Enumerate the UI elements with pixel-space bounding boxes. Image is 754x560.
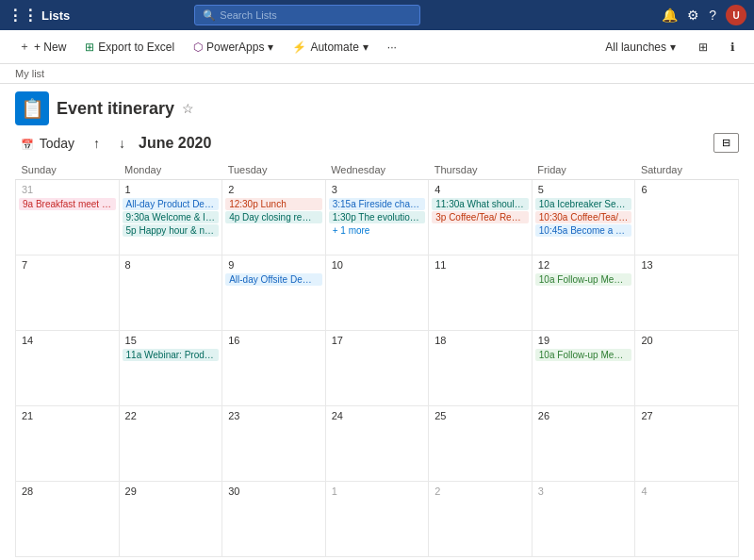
calendar-event[interactable]: 11:30a What should you bu... — [432, 198, 529, 210]
day-number: 26 — [535, 409, 632, 422]
calendar-cell: 28 — [16, 482, 120, 557]
app-name: Lists — [41, 8, 70, 23]
info-button[interactable]: ℹ — [723, 38, 743, 57]
calendar-event[interactable]: + 1 more — [329, 224, 426, 237]
day-number: 17 — [329, 334, 426, 347]
automate-button[interactable]: ⚡ Automate ▾ — [285, 38, 375, 57]
day-number: 15 — [123, 334, 220, 347]
search-input[interactable] — [220, 9, 412, 21]
powerapps-button[interactable]: ⬡ PowerApps ▾ — [186, 38, 281, 57]
day-number: 13 — [638, 258, 735, 272]
day-number: 5 — [535, 183, 632, 196]
calendar-event[interactable]: 10a Follow-up Meeting with MVPs — [535, 273, 632, 286]
day-number: 24 — [329, 409, 426, 422]
filter-button[interactable]: ⊞ — [691, 38, 715, 57]
calendar-cell: 510a Icebreaker Sessions 1 - 410:30a Cof… — [532, 180, 635, 255]
calendar-event[interactable]: 5p Happy hour & networking — [123, 224, 220, 237]
day-number: 1 — [329, 485, 426, 498]
info-icon: ℹ — [730, 41, 735, 54]
calendar-event[interactable]: 4p Day closing remarks — [225, 211, 322, 223]
calendar-cell: 27 — [635, 406, 739, 482]
day-number: 28 — [19, 485, 116, 498]
calendar-cell: 29 — [119, 482, 222, 557]
top-nav-icons: 🔔 ⚙ ? U — [662, 5, 746, 25]
calendar-cell: 1All-day Product Demo and Fair9:30a Welc… — [119, 180, 222, 255]
next-month-button[interactable]: ↓ — [113, 134, 131, 153]
day-number: 23 — [225, 409, 322, 422]
day-header: Sunday — [16, 160, 120, 180]
calendar-event[interactable]: 12:30p Lunch — [225, 198, 322, 210]
export-button[interactable]: ⊞ Export to Excel — [77, 38, 182, 57]
calendar-cell: 1210a Follow-up Meeting with MVPs — [532, 255, 635, 331]
day-number: 20 — [638, 334, 735, 347]
month-label[interactable]: June 2020 — [139, 135, 211, 152]
calendar-cell: 14 — [16, 331, 120, 406]
new-icon: ＋ — [19, 39, 30, 55]
calendar-cell: 1910a Follow-up Meeting with... — [532, 331, 635, 406]
calendar-event[interactable]: 11a Webinar: Product Mana... — [123, 349, 220, 361]
calendar-cell: 2 — [429, 482, 533, 557]
prev-month-button[interactable]: ↑ — [88, 134, 106, 153]
day-header: Wednesday — [325, 160, 429, 180]
calendar-cell: 8 — [119, 255, 222, 331]
day-number: 12 — [535, 258, 632, 272]
calendar-container: SundayMondayTuesdayWednesdayThursdayFrid… — [0, 160, 754, 560]
page-header: 📋 Event itinerary ☆ — [0, 84, 754, 125]
day-header: Tuesday — [222, 160, 326, 180]
calendar-event[interactable]: All-day Offsite Demos — [225, 273, 322, 286]
app-logo: ⋮⋮ Lists — [8, 7, 70, 25]
calendar-cell: 21 — [16, 406, 120, 482]
breadcrumb-parent[interactable]: My list — [15, 68, 44, 79]
calendar-cell: 212:30p Lunch4p Day closing remarks — [222, 180, 326, 255]
day-number: 2 — [432, 485, 529, 498]
toolbar-right: All launches ▾ ⊞ ℹ — [598, 38, 743, 57]
view-toggle-button[interactable]: ⊟ — [713, 133, 739, 153]
calendar-event[interactable]: All-day Product Demo and Fair — [123, 198, 220, 210]
excel-icon: ⊞ — [85, 41, 94, 54]
day-number: 30 — [225, 485, 322, 498]
calendar-event[interactable]: 3p Coffee/Tea/ Rest break — [432, 211, 529, 223]
calendar-grid: SundayMondayTuesdayWednesdayThursdayFrid… — [15, 160, 739, 557]
view-button[interactable]: All launches ▾ — [598, 38, 683, 57]
calendar-event[interactable]: 10:30a Coffee/Tea/Rest break — [535, 211, 632, 223]
calendar-event[interactable]: 10a Icebreaker Sessions 1 - 4 — [535, 198, 632, 210]
calendar-event[interactable]: 3:15a Fireside chat with Jason — [329, 198, 426, 210]
calendar-cell: 26 — [532, 406, 635, 482]
toolbar: ＋ + New ⊞ Export to Excel ⬡ PowerApps ▾ … — [0, 30, 754, 64]
calendar-event[interactable]: 10:45a Become a Person of... — [535, 224, 632, 237]
chevron-down-icon3: ▾ — [670, 41, 676, 54]
calendar-cell: 3 — [532, 482, 635, 557]
calendar-event[interactable]: 9:30a Welcome & Introduc... — [123, 211, 220, 223]
day-number: 22 — [123, 409, 220, 422]
calendar-event[interactable]: 9a Breakfast meet & greet — [19, 198, 116, 210]
calendar-cell: 319a Breakfast meet & greet — [16, 180, 120, 255]
filter-icon: ⊞ — [698, 41, 708, 54]
day-header: Saturday — [635, 160, 739, 180]
day-header: Thursday — [429, 160, 533, 180]
day-number: 25 — [432, 409, 529, 422]
calendar-cell: 1511a Webinar: Product Mana... — [119, 331, 222, 406]
calendar-cell: 23 — [222, 406, 326, 482]
day-number: 4 — [638, 485, 735, 498]
day-number: 18 — [432, 334, 529, 347]
calendar-event[interactable]: 10a Follow-up Meeting with... — [535, 349, 632, 361]
more-button[interactable]: ··· — [380, 38, 404, 57]
calendar-cell: 30 — [222, 482, 326, 557]
help-icon[interactable]: ? — [709, 8, 716, 23]
notification-icon[interactable]: 🔔 — [662, 8, 678, 23]
search-bar[interactable]: 🔍 — [194, 5, 420, 25]
top-nav: ⋮⋮ Lists 🔍 🔔 ⚙ ? U — [0, 0, 754, 30]
avatar[interactable]: U — [726, 5, 746, 25]
new-button[interactable]: ＋ + New — [11, 36, 74, 58]
calendar-cell: 13 — [635, 255, 739, 331]
calendar-cell: 25 — [429, 406, 533, 482]
chevron-down-icon: ▾ — [268, 41, 273, 54]
day-number: 16 — [225, 334, 322, 347]
day-number: 14 — [19, 334, 116, 347]
today-button[interactable]: 📅 Today — [15, 134, 80, 153]
settings-icon[interactable]: ⚙ — [687, 8, 699, 23]
calendar-cell: 6 — [635, 180, 739, 255]
favorite-icon[interactable]: ☆ — [182, 101, 194, 116]
day-number: 21 — [19, 409, 116, 422]
calendar-event[interactable]: 1:30p The evolution of emo... — [329, 211, 426, 223]
